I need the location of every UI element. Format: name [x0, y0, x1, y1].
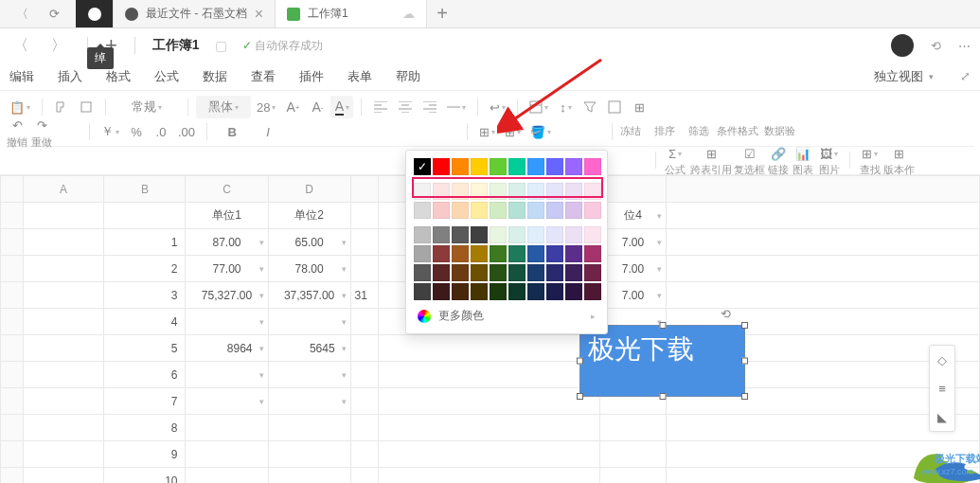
color-swatch[interactable] — [452, 264, 469, 281]
color-swatch[interactable] — [508, 283, 526, 300]
color-swatch[interactable] — [508, 202, 526, 219]
menu-formula[interactable]: 公式 — [154, 68, 179, 85]
color-swatch[interactable] — [584, 264, 601, 281]
crossref-button[interactable]: ⊞ — [700, 142, 722, 165]
color-swatch[interactable] — [565, 264, 582, 281]
color-swatch[interactable] — [565, 183, 582, 200]
color-swatch[interactable] — [508, 264, 526, 281]
color-swatch[interactable] — [433, 264, 450, 281]
bookmark-icon[interactable]: ▢ — [215, 38, 227, 53]
find-button[interactable]: ⊞▾ — [858, 142, 882, 165]
color-swatch[interactable] — [471, 183, 488, 200]
color-swatch[interactable] — [565, 226, 582, 243]
color-swatch[interactable] — [584, 183, 601, 200]
color-swatch[interactable] — [433, 158, 450, 175]
brush-icon[interactable] — [50, 96, 73, 118]
border-button[interactable]: ⊞▾ — [501, 120, 525, 143]
undo-button[interactable]: ↶ — [6, 115, 28, 137]
view-mode[interactable]: 独立视图 — [874, 68, 923, 85]
refresh-icon[interactable]: ⟳ — [46, 7, 62, 22]
color-swatch[interactable] — [527, 264, 544, 281]
new-tab-button[interactable]: + — [427, 0, 457, 27]
color-swatch[interactable] — [452, 158, 469, 175]
color-swatch[interactable] — [490, 226, 507, 243]
menu-form[interactable]: 表单 — [347, 68, 372, 85]
color-swatch[interactable] — [527, 158, 544, 175]
color-swatch[interactable] — [490, 158, 507, 175]
color-swatch[interactable] — [433, 202, 450, 219]
color-swatch[interactable] — [414, 264, 431, 281]
rotate-handle-icon[interactable]: ⟲ — [721, 307, 731, 321]
color-swatch[interactable] — [546, 245, 563, 262]
color-swatch[interactable] — [471, 245, 488, 262]
link-button[interactable]: 🔗 — [767, 142, 790, 165]
sort-button[interactable]: ↕▾ — [554, 96, 577, 118]
color-swatch[interactable] — [414, 245, 431, 262]
decimal-inc[interactable]: .00 — [174, 120, 199, 143]
color-swatch[interactable] — [414, 202, 431, 219]
filter-button[interactable] — [579, 96, 601, 118]
font-color[interactable]: A▾ — [330, 96, 353, 118]
color-swatch[interactable] — [508, 183, 526, 200]
close-icon[interactable]: × — [255, 6, 263, 23]
color-swatch[interactable] — [546, 283, 563, 300]
clear-format-icon[interactable] — [75, 96, 98, 118]
tab-recent-files[interactable]: 最近文件 - 石墨文档 × — [114, 0, 276, 27]
menu-insert[interactable]: 插入 — [58, 68, 82, 85]
color-swatch[interactable] — [546, 226, 563, 243]
color-swatch[interactable] — [546, 183, 563, 200]
color-swatch[interactable] — [508, 158, 526, 175]
history-icon[interactable]: ⟲ — [931, 39, 941, 53]
align-center[interactable] — [394, 96, 417, 118]
cond-format[interactable] — [603, 96, 626, 118]
wrap-text[interactable]: ↩▾ — [486, 96, 509, 118]
resize-handle[interactable] — [741, 393, 748, 400]
tab-workbook[interactable]: 工作簿1 ☁ — [276, 0, 427, 27]
color-swatch[interactable] — [584, 202, 601, 219]
color-swatch[interactable] — [452, 183, 469, 200]
color-swatch[interactable] — [527, 183, 544, 200]
menu-format[interactable]: 格式 — [106, 68, 131, 85]
color-swatch[interactable] — [584, 226, 601, 243]
color-swatch[interactable] — [527, 245, 544, 262]
color-swatch[interactable] — [565, 202, 582, 219]
percent-button[interactable]: % — [125, 120, 148, 143]
color-swatch[interactable] — [584, 158, 601, 175]
color-swatch[interactable] — [546, 264, 563, 281]
merge-button[interactable]: ⊞▾ — [475, 120, 499, 143]
bold-button[interactable]: B — [215, 120, 249, 143]
color-swatch[interactable] — [490, 183, 507, 200]
color-swatch[interactable] — [527, 283, 544, 300]
resize-handle[interactable] — [659, 322, 666, 329]
color-swatch[interactable] — [452, 245, 469, 262]
menu-help[interactable]: 帮助 — [396, 68, 420, 85]
decrease-font[interactable]: A- — [306, 96, 329, 118]
menu-edit[interactable]: 编辑 — [9, 68, 34, 85]
increase-font[interactable]: A+ — [281, 96, 304, 118]
menu-data[interactable]: 数据 — [203, 68, 227, 85]
font-size[interactable]: 28▾ — [253, 96, 279, 118]
color-swatch[interactable] — [565, 283, 582, 300]
color-swatch[interactable] — [414, 226, 431, 243]
expand-icon[interactable]: ⤢ — [960, 69, 971, 83]
color-swatch[interactable] — [433, 183, 450, 200]
image-button[interactable]: 🖼▾ — [816, 142, 842, 165]
color-swatch[interactable] — [452, 226, 469, 243]
list-icon[interactable]: ≡ — [930, 374, 954, 402]
align-right[interactable] — [419, 96, 441, 118]
color-swatch[interactable] — [471, 283, 488, 300]
color-swatch[interactable] — [471, 202, 488, 219]
freeze-button[interactable]: ▾ — [526, 96, 552, 118]
fill-color[interactable]: 🪣▾ — [526, 120, 555, 143]
color-swatch[interactable] — [584, 245, 601, 262]
color-swatch[interactable]: ✓ — [414, 158, 431, 175]
color-swatch[interactable] — [508, 245, 526, 262]
version-button[interactable]: ⊞ — [888, 142, 911, 165]
chart-button[interactable]: 📊 — [792, 142, 814, 165]
menu-view[interactable]: 查看 — [251, 68, 276, 85]
color-swatch[interactable] — [584, 283, 601, 300]
resize-handle[interactable] — [659, 393, 666, 400]
color-swatch[interactable] — [508, 226, 526, 243]
resize-handle[interactable] — [577, 393, 583, 400]
redo-button[interactable]: ↷ — [30, 115, 53, 137]
